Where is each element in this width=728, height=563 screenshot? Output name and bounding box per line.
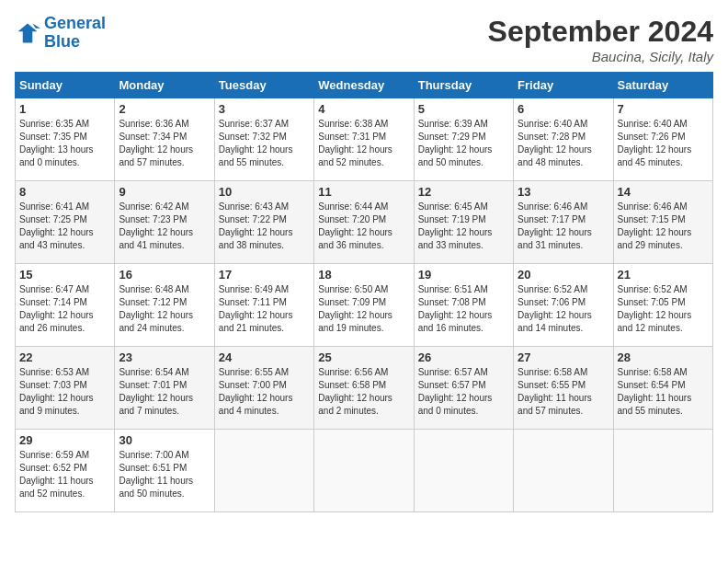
page-header: General Blue September 2024 Baucina, Sic… — [15, 15, 713, 64]
cell-info: Sunrise: 6:50 AM Sunset: 7:09 PM Dayligh… — [318, 283, 409, 335]
cell-info: Sunrise: 6:58 AM Sunset: 6:55 PM Dayligh… — [518, 366, 609, 418]
cell-info: Sunrise: 6:53 AM Sunset: 7:03 PM Dayligh… — [19, 366, 110, 418]
daylight-text: Daylight: 11 hours and 55 minutes. — [618, 392, 709, 418]
week-row-5: 29 Sunrise: 6:59 AM Sunset: 6:52 PM Dayl… — [16, 430, 713, 512]
sunset-text: Sunset: 7:12 PM — [119, 296, 210, 309]
sunrise-text: Sunrise: 6:52 AM — [518, 283, 609, 296]
sunset-text: Sunset: 7:34 PM — [119, 131, 210, 144]
sunrise-text: Sunrise: 6:44 AM — [318, 201, 409, 213]
sunset-text: Sunset: 7:00 PM — [219, 379, 310, 392]
cell-5-5 — [414, 430, 513, 512]
daylight-text: Daylight: 12 hours and 19 minutes. — [318, 309, 409, 335]
col-thursday: Thursday — [414, 73, 513, 98]
day-number: 9 — [119, 185, 210, 199]
day-number: 22 — [19, 350, 110, 364]
cell-info: Sunrise: 6:54 AM Sunset: 7:01 PM Dayligh… — [119, 366, 210, 418]
sunset-text: Sunset: 7:05 PM — [618, 296, 709, 309]
sunrise-text: Sunrise: 6:57 AM — [418, 366, 509, 379]
cell-info: Sunrise: 6:59 AM Sunset: 6:52 PM Dayligh… — [19, 449, 110, 500]
sunrise-text: Sunrise: 6:40 AM — [518, 118, 609, 131]
daylight-text: Daylight: 12 hours and 24 minutes. — [119, 309, 210, 335]
cell-1-3: 3 Sunrise: 6:37 AM Sunset: 7:32 PM Dayli… — [214, 98, 313, 181]
daylight-text: Daylight: 12 hours and 33 minutes. — [418, 226, 509, 252]
sunrise-text: Sunrise: 6:58 AM — [518, 366, 609, 379]
cell-info: Sunrise: 6:47 AM Sunset: 7:14 PM Dayligh… — [19, 283, 110, 335]
cell-4-1: 22 Sunrise: 6:53 AM Sunset: 7:03 PM Dayl… — [16, 347, 115, 430]
sunrise-text: Sunrise: 6:42 AM — [119, 201, 210, 213]
daylight-text: Daylight: 12 hours and 31 minutes. — [518, 226, 609, 252]
cell-4-7: 28 Sunrise: 6:58 AM Sunset: 6:54 PM Dayl… — [613, 347, 712, 430]
sunset-text: Sunset: 6:54 PM — [618, 379, 709, 392]
sunset-text: Sunset: 6:51 PM — [119, 462, 210, 475]
cell-5-7 — [613, 430, 712, 512]
cell-3-5: 19 Sunrise: 6:51 AM Sunset: 7:08 PM Dayl… — [414, 264, 513, 347]
sunset-text: Sunset: 7:08 PM — [418, 296, 509, 309]
daylight-text: Daylight: 12 hours and 7 minutes. — [119, 392, 210, 418]
calendar-header: Sunday Monday Tuesday Wednesday Thursday… — [16, 73, 713, 98]
cell-info: Sunrise: 6:42 AM Sunset: 7:23 PM Dayligh… — [119, 201, 210, 252]
day-number: 2 — [119, 102, 210, 116]
cell-2-4: 11 Sunrise: 6:44 AM Sunset: 7:20 PM Dayl… — [314, 181, 414, 264]
cell-4-3: 24 Sunrise: 6:55 AM Sunset: 7:00 PM Dayl… — [214, 347, 313, 430]
day-number: 13 — [518, 185, 609, 199]
daylight-text: Daylight: 12 hours and 4 minutes. — [219, 392, 310, 418]
cell-info: Sunrise: 6:51 AM Sunset: 7:08 PM Dayligh… — [418, 283, 509, 335]
cell-info: Sunrise: 6:48 AM Sunset: 7:12 PM Dayligh… — [119, 283, 210, 335]
cell-info: Sunrise: 6:44 AM Sunset: 7:20 PM Dayligh… — [318, 201, 409, 252]
day-number: 15 — [19, 268, 110, 282]
month-title: September 2024 — [488, 15, 713, 49]
day-number: 10 — [219, 185, 310, 199]
daylight-text: Daylight: 12 hours and 9 minutes. — [19, 392, 110, 418]
sunset-text: Sunset: 7:17 PM — [518, 213, 609, 226]
sunrise-text: Sunrise: 6:46 AM — [518, 201, 609, 213]
sunset-text: Sunset: 6:52 PM — [19, 462, 110, 475]
day-number: 28 — [618, 350, 709, 364]
sunrise-text: Sunrise: 6:35 AM — [19, 118, 110, 131]
cell-3-1: 15 Sunrise: 6:47 AM Sunset: 7:14 PM Dayl… — [16, 264, 115, 347]
cell-info: Sunrise: 6:49 AM Sunset: 7:11 PM Dayligh… — [219, 283, 310, 335]
cell-4-5: 26 Sunrise: 6:57 AM Sunset: 6:57 PM Dayl… — [414, 347, 513, 430]
daylight-text: Daylight: 12 hours and 50 minutes. — [418, 144, 509, 169]
col-friday: Friday — [514, 73, 613, 98]
sunset-text: Sunset: 7:23 PM — [119, 213, 210, 226]
sunset-text: Sunset: 7:26 PM — [618, 131, 709, 144]
col-tuesday: Tuesday — [214, 73, 313, 98]
logo-icon — [15, 20, 40, 46]
cell-info: Sunrise: 6:36 AM Sunset: 7:34 PM Dayligh… — [119, 118, 210, 169]
calendar-table: Sunday Monday Tuesday Wednesday Thursday… — [15, 72, 713, 512]
daylight-text: Daylight: 11 hours and 52 minutes. — [19, 475, 110, 500]
week-row-3: 15 Sunrise: 6:47 AM Sunset: 7:14 PM Dayl… — [16, 264, 713, 347]
day-number: 30 — [119, 433, 210, 447]
title-block: September 2024 Baucina, Sicily, Italy — [488, 15, 713, 64]
daylight-text: Daylight: 12 hours and 45 minutes. — [618, 144, 709, 169]
day-number: 26 — [418, 350, 509, 364]
svg-marker-2 — [32, 23, 40, 28]
cell-info: Sunrise: 6:52 AM Sunset: 7:06 PM Dayligh… — [518, 283, 609, 335]
sunset-text: Sunset: 7:28 PM — [518, 131, 609, 144]
daylight-text: Daylight: 13 hours and 0 minutes. — [19, 144, 110, 169]
daylight-text: Daylight: 12 hours and 12 minutes. — [618, 309, 709, 335]
sunrise-text: Sunrise: 6:49 AM — [219, 283, 310, 296]
day-number: 20 — [518, 268, 609, 282]
daylight-text: Daylight: 12 hours and 14 minutes. — [518, 309, 609, 335]
cell-3-3: 17 Sunrise: 6:49 AM Sunset: 7:11 PM Dayl… — [214, 264, 313, 347]
week-row-4: 22 Sunrise: 6:53 AM Sunset: 7:03 PM Dayl… — [16, 347, 713, 430]
day-number: 1 — [19, 102, 110, 116]
cell-info: Sunrise: 6:58 AM Sunset: 6:54 PM Dayligh… — [618, 366, 709, 418]
cell-info: Sunrise: 6:39 AM Sunset: 7:29 PM Dayligh… — [418, 118, 509, 169]
day-number: 11 — [318, 185, 409, 199]
cell-5-4 — [314, 430, 414, 512]
week-row-2: 8 Sunrise: 6:41 AM Sunset: 7:25 PM Dayli… — [16, 181, 713, 264]
daylight-text: Daylight: 12 hours and 55 minutes. — [219, 144, 310, 169]
col-wednesday: Wednesday — [314, 73, 414, 98]
cell-info: Sunrise: 6:52 AM Sunset: 7:05 PM Dayligh… — [618, 283, 709, 335]
header-row: Sunday Monday Tuesday Wednesday Thursday… — [16, 73, 713, 98]
daylight-text: Daylight: 12 hours and 2 minutes. — [318, 392, 409, 418]
sunset-text: Sunset: 6:55 PM — [518, 379, 609, 392]
sunrise-text: Sunrise: 6:48 AM — [119, 283, 210, 296]
cell-2-1: 8 Sunrise: 6:41 AM Sunset: 7:25 PM Dayli… — [16, 181, 115, 264]
cell-1-2: 2 Sunrise: 6:36 AM Sunset: 7:34 PM Dayli… — [115, 98, 214, 181]
cell-info: Sunrise: 6:38 AM Sunset: 7:31 PM Dayligh… — [318, 118, 409, 169]
sunset-text: Sunset: 7:22 PM — [219, 213, 310, 226]
day-number: 3 — [219, 102, 310, 116]
